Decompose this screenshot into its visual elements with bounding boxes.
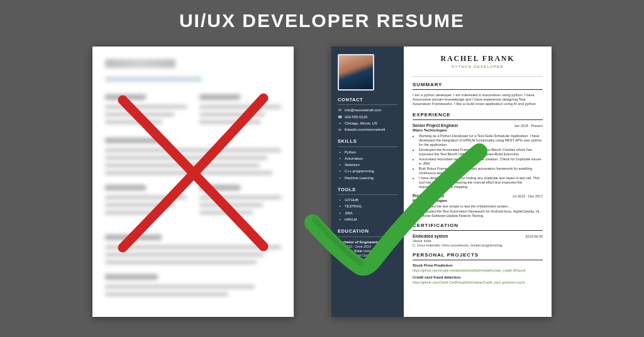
job-company: Wipro Technologies [413, 128, 543, 133]
job-bullets: Developed the test scripts to test the i… [413, 204, 543, 218]
resume-comparison: CONTACT ✉info@resumekraft.com ☎202-555-0… [0, 47, 644, 317]
tool-item: JIRA [345, 211, 353, 216]
skill-item: Python [345, 150, 356, 155]
tool-item: TESTRAIL [345, 204, 362, 209]
tools-head: TOOLS [338, 187, 397, 195]
skills-head: SKILLS [338, 138, 397, 146]
summary-head: SUMMARY [413, 82, 543, 90]
resume-main: RACHEL FRANK PYTHON DEVELOPER SUMMARY I … [404, 47, 552, 317]
edu-degree: Bachelor of Engineering [338, 240, 397, 245]
education-head: EDUCATION [338, 228, 397, 236]
job-date: Jan 2018 - Present [514, 124, 543, 128]
resume-role: PYTHON DEVELOPER [413, 65, 543, 70]
cert-org: Vector India [413, 239, 543, 243]
resume-sidebar: CONTACT ✉info@resumekraft.com ☎202-555-0… [331, 47, 404, 317]
link-icon: in [338, 128, 342, 132]
skill-item: C++ programming [345, 169, 374, 174]
summary-text: I am a python developer. I am interested… [413, 93, 543, 107]
experience-head: EXPERIENCE [413, 112, 543, 120]
skill-item: Selenium [345, 163, 360, 167]
page-title: UI/UX DEVELOPER RESUME [0, 0, 644, 31]
phone-icon: ☎ [338, 115, 342, 119]
contact-phone: 202-555-0120 [345, 115, 367, 119]
job-title: Senior Project Engineer [413, 123, 458, 128]
skill-item: Machine Learning [345, 176, 374, 180]
skill-item: Automation [345, 157, 363, 161]
avatar [338, 54, 374, 91]
cert-date: 2015-06-05 [525, 235, 543, 239]
job-title: Project Engineer [413, 194, 445, 199]
contact-email: info@resumekraft.com [345, 108, 381, 113]
cert-head: CERTIFICATION [413, 223, 543, 231]
project-link: https://github.com/Credit-CardFraud/blob… [413, 280, 543, 285]
contact-linkedin: linkedin.com/resumekraft [345, 128, 385, 132]
resume-name: RACHEL FRANK [413, 54, 543, 64]
pin-icon: ⌖ [338, 121, 342, 126]
mail-icon: ✉ [338, 108, 342, 113]
good-resume-panel: CONTACT ✉info@resumekraft.com ☎202-555-0… [331, 47, 552, 317]
edu-field: Electronics and Communication [338, 253, 397, 258]
project-title: Stock Price Prediction [413, 263, 543, 268]
projects-head: PERSONAL PROJECTS [413, 252, 543, 260]
tool-item: HPALM [345, 218, 357, 222]
bad-resume-panel [92, 47, 294, 317]
job-company: Wipro Technologies [413, 199, 543, 203]
edu-date: Sep 2010 - June 2014 [338, 245, 397, 249]
project-link: https://github.com/simple-stockpredictio… [413, 268, 543, 273]
edu-school: San Jose State University [338, 249, 397, 253]
job-bullets: Working as a Python Developer for a Test… [413, 134, 543, 189]
project-title: Credit card fraud detection [413, 275, 543, 280]
cert-desc: C, Linux internals, micro processors, so… [413, 243, 543, 248]
cert-title: Embedded system [413, 234, 448, 239]
contact-location: Chicago, Illinois, US [345, 121, 377, 126]
tool-item: GITHUB [345, 198, 358, 202]
job-date: Jul 2015 - Dec 2017 [513, 194, 543, 199]
contact-head: CONTACT [338, 97, 397, 105]
